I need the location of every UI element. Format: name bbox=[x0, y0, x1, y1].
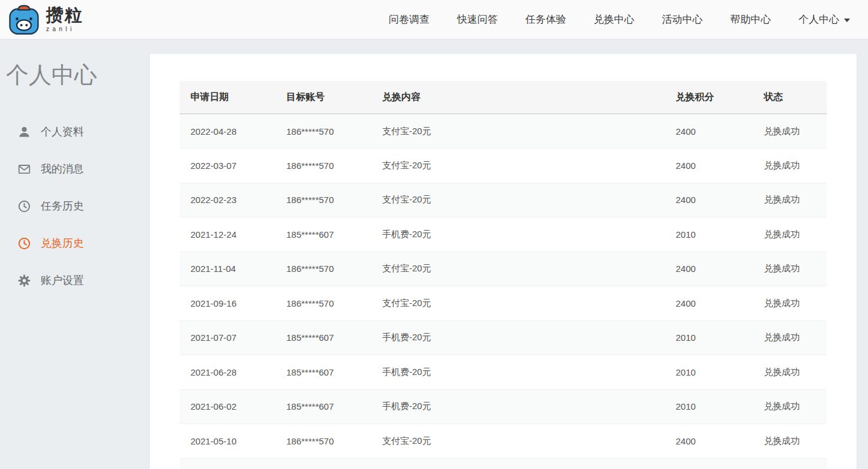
column-header: 兑换积分 bbox=[665, 81, 753, 114]
cell-date: 2021-11-04 bbox=[180, 252, 276, 286]
cell-date: 2021-09-16 bbox=[180, 286, 276, 321]
content-card: 申请日期目标账号兑换内容兑换积分状态 2022-04-28186*****570… bbox=[150, 54, 857, 469]
cell-status: 兑换成功 bbox=[753, 114, 827, 149]
cell-account: 185*****607 bbox=[276, 320, 371, 355]
sidebar-item-profile[interactable]: 个人资料 bbox=[6, 113, 150, 150]
mail-icon bbox=[18, 163, 31, 176]
cell-account: 186*****570 bbox=[276, 286, 371, 321]
page-body: 个人中心 个人资料我的消息任务历史兑换历史账户设置 申请日期目标账号兑换内容兑换… bbox=[0, 40, 868, 469]
table-row-partial bbox=[180, 458, 827, 469]
sidebar-item-label: 我的消息 bbox=[41, 162, 84, 176]
brand-subtitle: zanli bbox=[46, 26, 83, 32]
sidebar-item-exchange-history[interactable]: 兑换历史 bbox=[6, 225, 150, 262]
column-header: 状态 bbox=[753, 81, 827, 114]
cell-account: 186*****570 bbox=[276, 183, 371, 217]
cell-points: 2010 bbox=[665, 217, 753, 252]
sidebar-item-label: 个人资料 bbox=[41, 125, 84, 139]
page-title: 个人中心 bbox=[6, 60, 150, 90]
cell-date: 2021-06-02 bbox=[180, 389, 276, 424]
cell-points: 2400 bbox=[665, 149, 753, 183]
cell-content: 支付宝-20元 bbox=[371, 183, 665, 217]
cell-points: 2400 bbox=[665, 286, 753, 321]
user-icon bbox=[18, 126, 31, 138]
cell-account: 186*****570 bbox=[276, 252, 371, 286]
pig-logo-icon bbox=[8, 4, 40, 35]
cell-content: 支付宝-20元 bbox=[371, 286, 665, 321]
cell-status: 兑换成功 bbox=[753, 286, 827, 321]
sidebar: 个人中心 个人资料我的消息任务历史兑换历史账户设置 bbox=[0, 40, 150, 469]
table-row: 2022-02-23186*****570支付宝-20元2400兑换成功 bbox=[180, 183, 827, 217]
clock-icon bbox=[18, 200, 31, 213]
nav-item-task-experience[interactable]: 任务体验 bbox=[525, 13, 566, 26]
cell-points: 2400 bbox=[665, 114, 753, 149]
sidebar-item-label: 任务历史 bbox=[41, 199, 84, 213]
cell-points: 2010 bbox=[665, 389, 753, 424]
nav-item-survey[interactable]: 问卷调查 bbox=[389, 13, 430, 26]
cell-date: 2022-02-23 bbox=[180, 183, 276, 217]
sidebar-item-label: 兑换历史 bbox=[41, 236, 84, 250]
cell-content: 支付宝-20元 bbox=[371, 149, 665, 183]
cell-status: 兑换成功 bbox=[753, 320, 827, 355]
nav-item-help-center[interactable]: 帮助中心 bbox=[730, 13, 771, 26]
table-row: 2021-07-07185*****607手机费-20元2010兑换成功 bbox=[180, 320, 827, 355]
cell-points: 2400 bbox=[665, 183, 753, 217]
table-row: 2021-05-10186*****570支付宝-20元2400兑换成功 bbox=[180, 424, 827, 459]
table-row: 2021-11-04186*****570支付宝-20元2400兑换成功 bbox=[180, 252, 827, 286]
column-header: 兑换内容 bbox=[371, 81, 665, 114]
sidebar-item-messages[interactable]: 我的消息 bbox=[6, 150, 150, 187]
table-row: 2021-06-28185*****607手机费-20元2010兑换成功 bbox=[180, 355, 827, 390]
table-header-row: 申请日期目标账号兑换内容兑换积分状态 bbox=[180, 81, 827, 114]
cell-date: 2022-04-28 bbox=[180, 114, 276, 149]
column-header: 申请日期 bbox=[180, 81, 276, 114]
main-area: 申请日期目标账号兑换内容兑换积分状态 2022-04-28186*****570… bbox=[150, 40, 868, 469]
chevron-down-icon bbox=[844, 19, 850, 22]
cell-account: 185*****607 bbox=[276, 217, 371, 252]
gear-icon bbox=[18, 274, 31, 287]
exchange-history-table: 申请日期目标账号兑换内容兑换积分状态 2022-04-28186*****570… bbox=[180, 81, 827, 469]
cell-date: 2021-07-07 bbox=[180, 320, 276, 355]
cell-date: 2021-12-24 bbox=[180, 217, 276, 252]
cell-points: 2010 bbox=[665, 320, 753, 355]
column-header: 目标账号 bbox=[276, 81, 371, 114]
cell-status: 兑换成功 bbox=[753, 149, 827, 183]
cell-status: 兑换成功 bbox=[753, 252, 827, 286]
top-header: 攒粒 zanli 问卷调查快速问答任务体验兑换中心活动中心帮助中心个人中心 bbox=[0, 0, 868, 40]
brand-name: 攒粒 bbox=[46, 7, 83, 24]
cell-content: 手机费-20元 bbox=[371, 320, 665, 355]
sidebar-item-label: 账户设置 bbox=[41, 273, 84, 288]
cell-account: 185*****607 bbox=[276, 355, 371, 390]
sidebar-menu: 个人资料我的消息任务历史兑换历史账户设置 bbox=[6, 113, 150, 299]
cell-content: 手机费-20元 bbox=[371, 389, 665, 424]
cell-content: 手机费-20元 bbox=[371, 355, 665, 390]
cell-points: 2010 bbox=[665, 355, 753, 390]
table-row: 2021-06-02185*****607手机费-20元2010兑换成功 bbox=[180, 389, 827, 424]
cell-content: 支付宝-20元 bbox=[371, 114, 665, 149]
table-row: 2022-04-28186*****570支付宝-20元2400兑换成功 bbox=[180, 114, 827, 149]
clock-icon bbox=[18, 237, 31, 250]
cell-points: 2400 bbox=[665, 424, 753, 459]
cell-account: 186*****570 bbox=[276, 424, 371, 459]
brand-logo[interactable]: 攒粒 zanli bbox=[8, 4, 83, 35]
nav-item-activity-center[interactable]: 活动中心 bbox=[662, 13, 703, 26]
cell-date: 2021-05-10 bbox=[180, 424, 276, 459]
main-nav: 问卷调查快速问答任务体验兑换中心活动中心帮助中心个人中心 bbox=[389, 13, 850, 26]
cell-content: 支付宝-20元 bbox=[371, 252, 665, 286]
cell-status: 兑换成功 bbox=[753, 183, 827, 217]
cell-status: 兑换成功 bbox=[753, 355, 827, 390]
cell-date: 2021-06-28 bbox=[180, 355, 276, 390]
table-row: 2021-12-24185*****607手机费-20元2010兑换成功 bbox=[180, 217, 827, 252]
cell-status: 兑换成功 bbox=[753, 389, 827, 424]
sidebar-item-account-settings[interactable]: 账户设置 bbox=[6, 262, 150, 299]
nav-item-personal-center[interactable]: 个人中心 bbox=[799, 13, 850, 26]
table-row: 2021-09-16186*****570支付宝-20元2400兑换成功 bbox=[180, 286, 827, 321]
sidebar-item-task-history[interactable]: 任务历史 bbox=[6, 187, 150, 225]
cell-status: 兑换成功 bbox=[753, 217, 827, 252]
cell-account: 185*****607 bbox=[276, 389, 371, 424]
cell-content: 支付宝-20元 bbox=[371, 424, 665, 459]
nav-item-quick-qa[interactable]: 快速问答 bbox=[457, 13, 498, 26]
cell-date: 2022-03-07 bbox=[180, 149, 276, 183]
cell-account: 186*****570 bbox=[276, 149, 371, 183]
nav-item-exchange-center[interactable]: 兑换中心 bbox=[594, 13, 634, 26]
cell-status: 兑换成功 bbox=[753, 424, 827, 459]
cell-account: 186*****570 bbox=[276, 114, 371, 149]
